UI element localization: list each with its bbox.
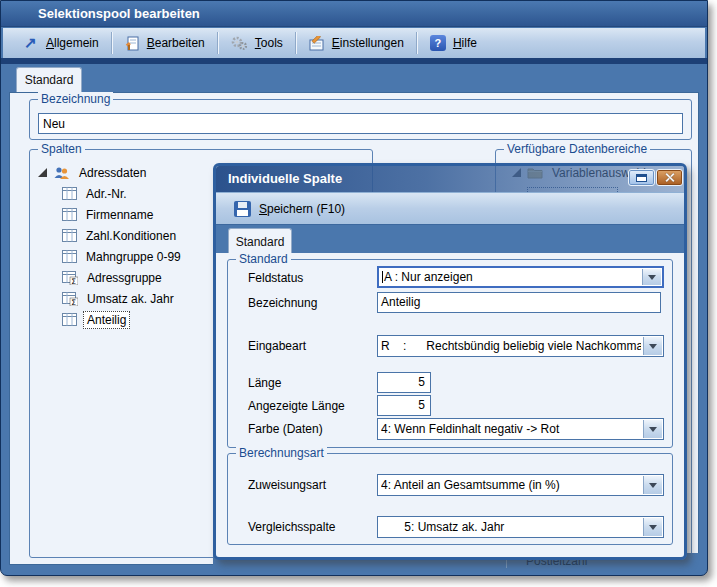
spalten-group-label: Spalten	[38, 142, 85, 156]
table-icon	[62, 187, 77, 200]
table-icon	[62, 229, 77, 242]
laenge-input[interactable]: 5	[377, 372, 431, 393]
feldstatus-value: A : Nur anzeigen	[382, 268, 640, 286]
menu-hilfe[interactable]: ? Hilfe	[419, 31, 488, 55]
menu-einstellungen[interactable]: Einstellungen	[298, 31, 415, 55]
bezeichnung-field-input[interactable]: Anteilig	[377, 292, 661, 313]
bezeichnung-input[interactable]	[38, 113, 683, 134]
chevron-down-icon[interactable]	[643, 518, 662, 536]
save-button[interactable]: Speichern (F10)	[228, 199, 351, 219]
window-title: Selektionspool bearbeiten	[38, 6, 200, 21]
toolbar-separator	[111, 32, 113, 54]
menu-bearbeiten[interactable]: Bearbeiten	[114, 31, 216, 55]
farbe-value: 4: Wenn Feldinhalt negativ -> Rot	[381, 419, 641, 439]
toolbar-separator	[295, 32, 297, 54]
vergleichsspalte-value: 5: Umsatz ak. Jahr	[381, 517, 641, 537]
menu-bearbeiten-label: Bearbeiten	[147, 36, 205, 50]
tree-item-label: Anteilig	[83, 311, 130, 329]
vergleichsspalte-combobox[interactable]: 5: Umsatz ak. Jahr	[377, 516, 664, 538]
tree-item-label: Adressdaten	[76, 165, 149, 181]
farbe-label: Farbe (Daten)	[248, 418, 323, 440]
dialog-tab-strip: Standard	[216, 224, 684, 253]
svg-text:Σ: Σ	[71, 276, 76, 284]
chevron-down-icon[interactable]	[642, 269, 661, 285]
laenge-label: Länge	[248, 372, 281, 394]
save-floppy-icon	[234, 201, 251, 217]
tree-item-label: Adr.-Nr.	[83, 186, 130, 202]
toolbar-separator	[416, 32, 418, 54]
menu-tools[interactable]: Tools	[220, 31, 294, 55]
feldstatus-combobox[interactable]: A : Nur anzeigen	[377, 266, 664, 288]
dialog-title: Individuelle Spalte	[228, 171, 342, 186]
tree-item-label: Zahl.Konditionen	[83, 228, 179, 244]
main-tab-strip: Standard	[3, 64, 705, 92]
arrow-up-right-icon: ↗	[22, 34, 39, 52]
bezeichnung-field-label: Bezeichnung	[248, 292, 317, 314]
standard-group: Standard Feldstatus A : Nur anzeigen Bez…	[227, 259, 673, 448]
standard-group-label: Standard	[236, 252, 291, 266]
table-icon	[62, 250, 77, 263]
screen: Selektionspool bearbeiten ↗ Allgemein	[0, 0, 717, 587]
tree-item-label: Umsatz ak. Jahr	[84, 291, 177, 307]
help-icon: ?	[430, 35, 446, 51]
main-toolbar: ↗ Allgemein Bearbeiten	[3, 28, 705, 58]
table-sum-icon: Σ	[62, 271, 78, 285]
vergleichsspalte-label: Vergleichsspalte	[248, 516, 335, 538]
tab-standard-main[interactable]: Standard	[16, 67, 82, 92]
main-titlebar[interactable]: Selektionspool bearbeiten	[1, 1, 707, 27]
zuweisungsart-combobox[interactable]: 4: Anteil an Gesamtsumme (in %)	[377, 474, 664, 496]
angezeigte-laenge-input[interactable]: 5	[377, 395, 431, 416]
tab-standard-dialog[interactable]: Standard	[228, 228, 292, 254]
dialog-individuelle-spalte: Individuelle Spalte Speichern (F10) Stan…	[213, 163, 687, 560]
table-icon	[62, 208, 77, 221]
chevron-down-icon[interactable]	[643, 337, 662, 355]
menu-allgemein-label: Allgemein	[46, 36, 99, 50]
farbe-combobox[interactable]: 4: Wenn Feldinhalt negativ -> Rot	[377, 418, 664, 440]
datenbereiche-group-label: Verfügbare Datenbereiche	[504, 142, 650, 156]
eingabeart-value: R : Rechtsbündig beliebig viele Nachkomm…	[381, 336, 641, 356]
close-button[interactable]	[656, 169, 683, 186]
save-button-label: Speichern (F10)	[259, 202, 345, 216]
restore-icon	[636, 174, 647, 182]
menu-einstellungen-label: Einstellungen	[332, 36, 404, 50]
text-caret	[382, 271, 383, 283]
dialog-toolbar: Speichern (F10)	[216, 192, 684, 224]
users-icon	[53, 166, 70, 180]
expander-icon[interactable]	[38, 168, 47, 177]
menu-allgemein[interactable]: ↗ Allgemein	[11, 31, 110, 55]
tree-item-label: Mahngruppe 0-99	[83, 249, 184, 265]
close-icon	[664, 172, 675, 183]
settings-notepad-icon	[309, 36, 325, 51]
zuweisungsart-label: Zuweisungsart	[248, 474, 326, 496]
dialog-content: Standard Feldstatus A : Nur anzeigen Bez…	[216, 253, 684, 557]
restore-button[interactable]	[628, 169, 655, 186]
table-icon	[62, 313, 77, 326]
berechnungsart-group-label: Berechnungsart	[236, 446, 327, 460]
bezeichnung-group-label: Bezeichnung	[38, 92, 113, 106]
chevron-down-icon[interactable]	[643, 420, 662, 438]
eingabeart-label: Eingabeart	[248, 335, 306, 357]
chevron-down-icon[interactable]	[643, 476, 662, 494]
clipboard-icon	[125, 36, 140, 51]
berechnungsart-group: Berechnungsart Zuweisungsart 4: Anteil a…	[227, 453, 673, 545]
menu-hilfe-label: Hilfe	[453, 36, 477, 50]
table-sum-icon: Σ	[62, 292, 78, 306]
feldstatus-label: Feldstatus	[248, 267, 303, 289]
angezeigte-laenge-label: Angezeigte Länge	[248, 395, 345, 417]
bezeichnung-group: Bezeichnung	[29, 99, 692, 140]
zuweisungsart-value: 4: Anteil an Gesamtsumme (in %)	[381, 475, 641, 495]
dialog-titlebar[interactable]: Individuelle Spalte	[216, 166, 684, 192]
tree-item-label: Firmenname	[83, 207, 156, 223]
toolbar-separator	[217, 32, 219, 54]
tree-item-label: Adressgruppe	[84, 270, 165, 286]
gears-icon	[231, 36, 248, 51]
eingabeart-combobox[interactable]: R : Rechtsbündig beliebig viele Nachkomm…	[377, 335, 664, 357]
menu-tools-label: Tools	[255, 36, 283, 50]
svg-text:Σ: Σ	[71, 297, 76, 305]
